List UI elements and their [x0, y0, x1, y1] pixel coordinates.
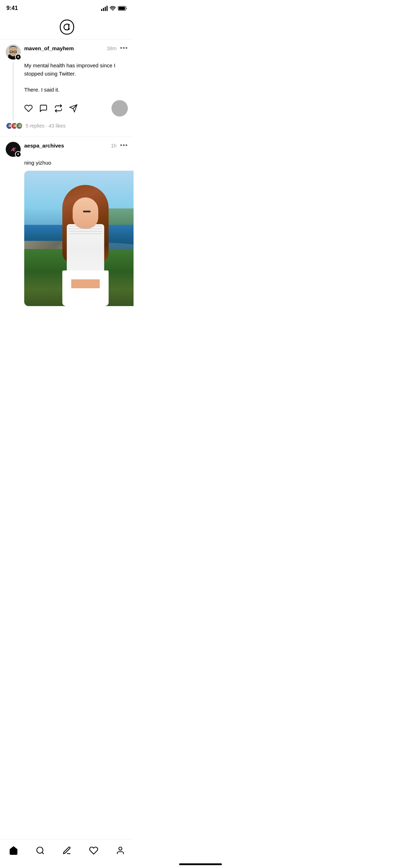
midriff [71, 279, 100, 288]
post-2-avatar-wrap: Æ + [6, 142, 21, 157]
post-1-text-line2: There. I said it. [24, 87, 59, 93]
post-1-text-line1: My mental health has improved since I st… [24, 62, 115, 77]
post-2: Æ + aespa_archives 1h ••• ning yizhuo [0, 137, 134, 310]
post-2-header: Æ + aespa_archives 1h ••• [6, 142, 128, 157]
thread-line [13, 62, 14, 121]
app-header [0, 14, 134, 39]
share-icon [69, 104, 78, 113]
post-2-time: 1h [111, 143, 117, 149]
status-icons [101, 6, 127, 11]
knit-texture [68, 226, 102, 236]
photo-scene [24, 171, 134, 306]
dot-separator: · [46, 123, 49, 129]
post-1-actions [24, 99, 128, 118]
post-1-time: 38m [107, 46, 116, 51]
battery-icon [118, 6, 127, 11]
status-bar: 9:41 [0, 0, 134, 14]
like-button[interactable] [24, 104, 33, 113]
post-1-content: My mental health has improved since I st… [24, 62, 128, 121]
threads-logo [58, 19, 75, 36]
post-1: + maven_of_mayhem 38m ••• My mental heal… [0, 40, 134, 136]
svg-point-0 [112, 10, 113, 10]
post-1-engagement: 5 replies · 43 likes [6, 121, 128, 133]
post-1-follow-btn[interactable]: + [15, 54, 21, 60]
comment-icon [39, 104, 48, 113]
status-time: 9:41 [6, 5, 18, 11]
post-1-header: + maven_of_mayhem 38m ••• [6, 45, 128, 60]
post-1-more-btn[interactable]: ••• [120, 45, 128, 52]
post-2-meta: aespa_archives 1h ••• [24, 142, 128, 149]
thread-line-col [6, 62, 21, 121]
svg-point-18 [19, 124, 21, 127]
post-1-meta: maven_of_mayhem 38m ••• [24, 45, 128, 52]
photo-person [50, 185, 121, 306]
post-1-username[interactable]: maven_of_mayhem [24, 45, 74, 51]
aespa-ae-text: Æ [11, 147, 15, 152]
share-button[interactable] [69, 104, 78, 113]
comment-button[interactable] [39, 104, 48, 113]
wifi-icon [110, 6, 116, 11]
signal-icon [101, 6, 108, 11]
likes-count: 43 likes [49, 123, 66, 129]
post-2-follow-btn[interactable]: + [15, 151, 21, 157]
right-eye [86, 211, 90, 212]
reply-avatar-3 [16, 122, 23, 129]
post-1-replies-likes: 5 replies · 43 likes [26, 123, 66, 129]
reply-avatars [6, 122, 23, 129]
post-2-more-btn[interactable]: ••• [120, 142, 128, 149]
post-1-text: My mental health has improved since I st… [24, 62, 128, 94]
post-1-image-placeholder [111, 100, 128, 117]
repost-icon [54, 104, 63, 113]
skirt [62, 270, 109, 306]
post-1-body-wrap: My mental health has improved since I st… [6, 62, 128, 121]
post-2-username[interactable]: aespa_archives [24, 143, 64, 149]
repost-button[interactable] [54, 104, 63, 113]
post-2-photo[interactable] [24, 171, 134, 306]
post-2-text: ning yizhuo [24, 159, 128, 167]
heart-icon [24, 104, 33, 113]
post-1-avatar-wrap: + [6, 45, 21, 60]
replies-count: 5 replies [26, 123, 45, 129]
post-2-content: ning yizhuo [6, 159, 128, 310]
post-1-time-more: 38m ••• [107, 45, 128, 52]
post-2-time-more: 1h ••• [111, 142, 128, 149]
face [73, 197, 98, 229]
svg-rect-2 [119, 7, 125, 10]
